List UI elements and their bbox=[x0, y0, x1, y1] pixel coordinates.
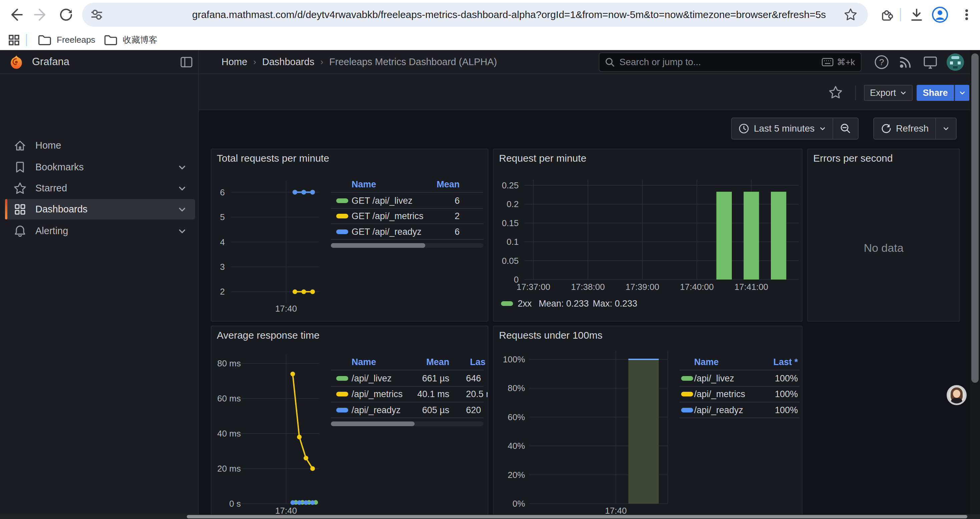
legend-scrollbar-thumb[interactable] bbox=[331, 422, 415, 426]
legend-column-header: Mean bbox=[426, 356, 449, 368]
legend-divider bbox=[679, 386, 800, 387]
legend-column-header: Name bbox=[352, 356, 376, 368]
bookmark-folder-blogs[interactable]: 收藏博客 bbox=[103, 32, 158, 48]
chevron-right-icon: › bbox=[320, 57, 323, 67]
panel-legend: NameMeanLas/api/_livez661 µs646/api/_met… bbox=[212, 326, 488, 519]
zoom-out-button[interactable] bbox=[832, 118, 858, 139]
legend-scrollbar-thumb[interactable] bbox=[331, 243, 425, 248]
site-settings-icon[interactable] bbox=[90, 8, 103, 21]
share-dropdown-button[interactable] bbox=[955, 85, 969, 101]
legend-value: 20.5 r bbox=[466, 388, 488, 400]
product-name: Grafana bbox=[32, 50, 69, 73]
legend-series-name: /api/_livez bbox=[694, 372, 734, 385]
panel-legend-inline[interactable]: 2xxMean: 0.233Max: 0.233 bbox=[494, 149, 802, 321]
legend-stat: Max: 0.233 bbox=[593, 297, 638, 310]
legend-series-name: /api/_readyz bbox=[352, 404, 401, 416]
legend-value: 2 bbox=[455, 210, 460, 222]
legend-value: 605 µs bbox=[422, 404, 449, 416]
url-bar[interactable]: grafana.mathmast.com/d/deytv4rwavabkb/fr… bbox=[82, 3, 868, 27]
legend-series-pill[interactable] bbox=[336, 230, 348, 234]
legend-series-pill[interactable] bbox=[501, 301, 513, 306]
time-range-picker[interactable]: Last 5 minutes bbox=[732, 118, 832, 139]
folder-icon bbox=[103, 33, 118, 46]
legend-series-pill[interactable] bbox=[336, 214, 348, 219]
monitor-icon[interactable] bbox=[923, 54, 938, 70]
chevron-down-icon[interactable] bbox=[178, 184, 186, 193]
panel-legend: NameMeanGET /api/_livez6GET /api/_metric… bbox=[212, 149, 488, 321]
bookmark-star-icon[interactable] bbox=[844, 8, 857, 21]
legend-column-header: Name bbox=[694, 356, 719, 368]
chevron-right-icon: › bbox=[253, 57, 256, 67]
export-button[interactable]: Export bbox=[864, 85, 913, 101]
grafana-logo-icon[interactable] bbox=[9, 55, 24, 70]
legend-series-pill[interactable] bbox=[336, 376, 348, 381]
bookmark-icon bbox=[13, 161, 27, 174]
refresh-interval-dropdown[interactable] bbox=[935, 118, 956, 139]
legend-column-header: Mean bbox=[437, 178, 460, 190]
menu-kebab-icon[interactable] bbox=[959, 7, 974, 22]
legend-series-pill[interactable] bbox=[336, 392, 348, 396]
legend-divider bbox=[331, 192, 483, 193]
url-text[interactable]: grafana.mathmast.com/d/deytv4rwavabkb/fr… bbox=[192, 3, 826, 27]
legend-divider bbox=[331, 386, 483, 387]
grafana-header: Grafana Home › Dashboards › Freeleaps Me… bbox=[0, 50, 980, 74]
floating-assistant-avatar[interactable] bbox=[947, 385, 967, 405]
sidebar-item-alerting[interactable]: Alerting bbox=[5, 221, 195, 241]
apps-grid-icon[interactable] bbox=[8, 34, 20, 46]
keyboard-icon bbox=[822, 58, 834, 67]
legend-value: 620 bbox=[466, 404, 481, 416]
horizontal-scrollbar-thumb[interactable] bbox=[187, 515, 967, 518]
sidebar-item-dashboards[interactable]: Dashboards bbox=[5, 199, 195, 219]
legend-divider bbox=[331, 239, 483, 240]
share-button[interactable]: Share bbox=[916, 85, 954, 101]
back-icon[interactable] bbox=[9, 7, 23, 22]
legend-series-pill[interactable] bbox=[681, 408, 693, 412]
news-rss-icon[interactable] bbox=[898, 54, 913, 70]
forward-icon[interactable] bbox=[33, 7, 48, 22]
legend-value: 100% bbox=[775, 404, 798, 416]
chevron-down-icon bbox=[819, 125, 826, 132]
grid-icon bbox=[13, 203, 27, 216]
time-range-label: Last 5 minutes bbox=[754, 123, 815, 134]
legend-series-pill[interactable] bbox=[336, 198, 348, 203]
legend-divider bbox=[331, 370, 483, 370]
vertical-scrollbar-thumb[interactable] bbox=[971, 53, 978, 383]
breadcrumb-dashboards[interactable]: Dashboards bbox=[262, 56, 314, 67]
legend-series-pill[interactable] bbox=[336, 408, 348, 412]
chevron-down-icon[interactable] bbox=[178, 205, 186, 214]
sidebar-item-label: Dashboards bbox=[35, 204, 178, 215]
reload-icon[interactable] bbox=[59, 7, 73, 22]
screen: grafana.mathmast.com/d/deytv4rwavabkb/fr… bbox=[0, 0, 980, 519]
legend-series-pill[interactable] bbox=[681, 376, 693, 381]
help-icon[interactable]: ? bbox=[874, 54, 889, 70]
panel-requests-under-100ms: Requests under 100ms100%80%60%40%20%0%17… bbox=[493, 326, 803, 519]
profile-icon[interactable] bbox=[931, 6, 949, 23]
panel-errors-per-second: Errors per secondNo data bbox=[807, 149, 960, 322]
refresh-button[interactable]: Refresh bbox=[874, 118, 935, 139]
chevron-down-icon[interactable] bbox=[178, 227, 186, 235]
chevron-down-icon[interactable] bbox=[178, 163, 186, 172]
legend-divider bbox=[331, 208, 483, 209]
sidebar-item-bookmarks[interactable]: Bookmarks bbox=[5, 157, 195, 177]
legend-value: 6 bbox=[455, 226, 460, 238]
sidebar-item-starred[interactable]: Starred bbox=[5, 178, 195, 198]
favorite-star-icon[interactable] bbox=[829, 86, 843, 99]
panel-request-per-minute: Request per minute0.250.20.150.10.05017:… bbox=[493, 149, 803, 322]
sidebar-toggle-icon[interactable] bbox=[180, 56, 193, 69]
panel-title[interactable]: Errors per second bbox=[813, 153, 892, 164]
bell-icon bbox=[13, 224, 27, 238]
bookmark-folder-freeleaps[interactable]: Freeleaps bbox=[37, 32, 95, 48]
bookmarks-separator bbox=[26, 34, 27, 46]
legend-value: 661 µs bbox=[422, 372, 449, 385]
breadcrumb-home[interactable]: Home bbox=[221, 56, 247, 67]
legend-series-name: /api/_livez bbox=[352, 372, 391, 385]
legend-column-header: Las bbox=[470, 356, 486, 368]
sidebar-item-home[interactable]: Home bbox=[5, 135, 195, 156]
legend-series-name: GET /api/_metrics bbox=[352, 210, 424, 222]
search-input[interactable]: Search or jump to... ⌘+k bbox=[599, 53, 862, 72]
user-avatar[interactable] bbox=[947, 53, 964, 71]
logo-zone: Grafana bbox=[0, 50, 199, 73]
legend-series-pill[interactable] bbox=[681, 392, 693, 396]
download-icon[interactable] bbox=[909, 7, 924, 22]
extensions-icon[interactable] bbox=[879, 7, 894, 22]
